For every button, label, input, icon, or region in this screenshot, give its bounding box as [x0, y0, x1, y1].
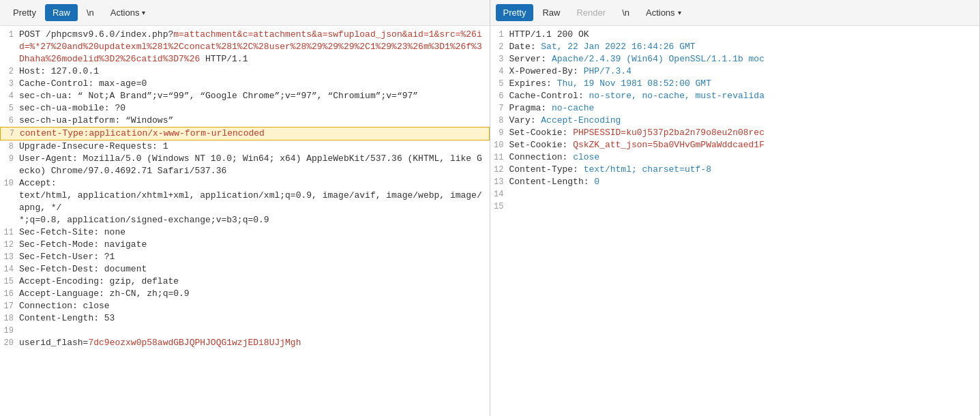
line-content: [509, 188, 980, 200]
line-content: Content-Length: 53: [19, 312, 490, 325]
line-part: *;q=0.8, application/signed-exchange;v=b…: [19, 215, 269, 225]
table-row: 2Date: Sat, 22 Jan 2022 16:44:26 GMT: [490, 41, 980, 53]
line-content: Sec-Fetch-Mode: navigate: [19, 239, 490, 251]
line-number: 4: [490, 65, 509, 78]
right-tab-pretty[interactable]: Pretty: [496, 4, 534, 21]
line-number: 4: [0, 90, 19, 102]
line-content: Accept:: [19, 177, 490, 190]
line-content: sec-ch-ua: “ Not;A Brand”;v=“99”, “Googl…: [19, 90, 490, 102]
line-content: Sec-Fetch-User: ?1: [19, 251, 490, 263]
right-content: 1HTTP/1.1 200 OK2Date: Sat, 22 Jan 2022 …: [490, 26, 980, 416]
line-part: Connection: close: [19, 301, 110, 311]
line-part: no-cache: [552, 103, 594, 113]
line-part: text/html, application/xhtml+xml, applic…: [19, 190, 482, 213]
table-row: 8Upgrade-Insecure-Requests: 1: [0, 140, 490, 153]
left-actions-button[interactable]: Actions ▾: [103, 4, 153, 21]
left-tab-pretty[interactable]: Pretty: [5, 4, 44, 21]
line-content: [19, 325, 490, 337]
line-content: Pragma: no-cache: [509, 102, 980, 115]
table-row: 10Accept:: [0, 177, 490, 190]
line-content: HTTP/1.1 200 OK: [509, 29, 980, 41]
line-part: Upgrade-Insecure-Requests: 1: [19, 141, 168, 151]
line-part: close: [573, 152, 599, 162]
line-number: 19: [0, 325, 19, 337]
line-content: Content-Length: 0: [509, 176, 980, 188]
table-row: 11Sec-Fetch-Site: none: [0, 226, 490, 239]
line-content: Expires: Thu, 19 Nov 1981 08:52:00 GMT: [509, 78, 980, 90]
line-part: =5ba0VHvGmPWaWddcaed1F: [647, 140, 764, 150]
line-part: User-Agent: Mozilla/5.0 (Windows NT 10.0…: [19, 153, 482, 176]
line-part: Thu, 19 Nov 1981 08:52:00 GMT: [557, 78, 711, 89]
line-part: Accept-Encoding: gzip, deflate: [19, 276, 179, 286]
line-number: 16: [0, 288, 19, 300]
line-number: 7: [1, 128, 20, 140]
line-part: text/html; charset=utf-8: [584, 164, 711, 175]
right-actions-label: Actions: [646, 8, 675, 18]
line-number: 14: [490, 188, 509, 200]
line-content: X-Powered-By: PHP/7.3.4: [509, 65, 980, 78]
line-content: Host: 127.0.0.1: [19, 65, 490, 78]
table-row: 2Host: 127.0.0.1: [0, 65, 490, 78]
line-number: 3: [0, 78, 19, 90]
line-number: 8: [490, 115, 509, 127]
line-part: X-Powered-By:: [509, 66, 584, 76]
table-row: 9Set-Cookie: PHPSESSID=ku0j537p2ba2n79o8…: [490, 127, 980, 139]
line-content: userid_flash=7dc9eozxw0p58awdGBJQPHJOQG1…: [19, 337, 490, 349]
line-number: 7: [490, 102, 509, 115]
table-row: 5sec-ch-ua-mobile: ?0: [0, 102, 490, 115]
table-row: 16Accept-Language: zh-CN, zh;q=0.9: [0, 288, 490, 300]
line-part: PHPSESSID=ku0j537p2ba2n79o8eu2n08rec: [573, 128, 764, 138]
line-part: Content-Length: 53: [19, 313, 115, 323]
line-part: 0: [594, 177, 599, 187]
line-number: 15: [0, 276, 19, 288]
line-part: sec-ch-ua-platform: “Windows”: [19, 115, 173, 125]
line-number: 6: [490, 90, 509, 102]
right-tab-newline[interactable]: \n: [614, 4, 637, 21]
line-part: PHP/7.3.4: [584, 66, 632, 76]
line-part: HTTP/1.1 200 OK: [509, 29, 589, 40]
line-number: 1: [0, 29, 19, 65]
line-content: Upgrade-Insecure-Requests: 1: [19, 140, 490, 153]
line-content: POST /phpcmsv9.6.0/index.php?m=attachmen…: [19, 29, 490, 65]
table-row: 15Accept-Encoding: gzip, deflate: [0, 276, 490, 288]
line-number: 12: [490, 164, 509, 176]
line-part: userid_flash=: [19, 338, 88, 348]
left-toolbar: Pretty Raw \n Actions ▾: [0, 0, 490, 26]
line-part: Vary:: [509, 115, 541, 125]
table-row: 10Set-Cookie: QskZK_att_json=5ba0VHvGmPW…: [490, 139, 980, 151]
line-content: Accept-Language: zh-CN, zh;q=0.9: [19, 288, 490, 300]
line-part: HTTP/1.1: [200, 54, 248, 64]
line-part: Connection:: [509, 152, 574, 162]
line-content: Cache-Control: max-age=0: [19, 78, 490, 90]
table-row: 12Sec-Fetch-Mode: navigate: [0, 239, 490, 251]
line-number: 2: [490, 41, 509, 53]
line-number: 14: [0, 263, 19, 276]
left-tab-raw[interactable]: Raw: [45, 4, 78, 21]
table-row: 4sec-ch-ua: “ Not;A Brand”;v=“99”, “Goog…: [0, 90, 490, 102]
table-row: 5Expires: Thu, 19 Nov 1981 08:52:00 GMT: [490, 78, 980, 90]
right-pane: Pretty Raw Render \n Actions ▾ 1HTTP/1.1…: [490, 0, 981, 416]
line-content: Set-Cookie: QskZK_att_json=5ba0VHvGmPWaW…: [509, 139, 980, 151]
table-row: 1POST /phpcmsv9.6.0/index.php?m=attachme…: [0, 29, 490, 65]
left-tab-newline[interactable]: \n: [79, 4, 102, 21]
line-part: content-Type:application/x-www-form-urle…: [20, 128, 265, 138]
line-content: [509, 200, 980, 213]
line-number: 11: [490, 151, 509, 164]
line-part: sec-ch-ua: “ Not;A Brand”;v=“99”, “Googl…: [19, 91, 418, 101]
line-part: Sec-Fetch-Site: none: [19, 227, 125, 237]
line-content: sec-ch-ua-mobile: ?0: [19, 102, 490, 115]
line-number: 18: [0, 312, 19, 325]
line-content: Cache-Control: no-store, no-cache, must-…: [509, 90, 980, 102]
right-tab-raw[interactable]: Raw: [535, 4, 567, 21]
left-actions-label: Actions: [110, 8, 140, 18]
line-number: 10: [490, 139, 509, 151]
table-row: 18Content-Length: 53: [0, 312, 490, 325]
line-part: no-store, no-cache, must-revalida: [589, 91, 764, 101]
right-actions-button[interactable]: Actions ▾: [638, 4, 689, 21]
right-tab-render: Render: [569, 4, 613, 21]
line-number: 17: [0, 300, 19, 312]
line-number: 5: [0, 102, 19, 115]
table-row: 12Content-Type: text/html; charset=utf-8: [490, 164, 980, 176]
line-part: Apache/2.4.39 (Win64) OpenSSL/1.1.1b moc: [552, 54, 764, 64]
line-part: Date:: [509, 42, 541, 52]
